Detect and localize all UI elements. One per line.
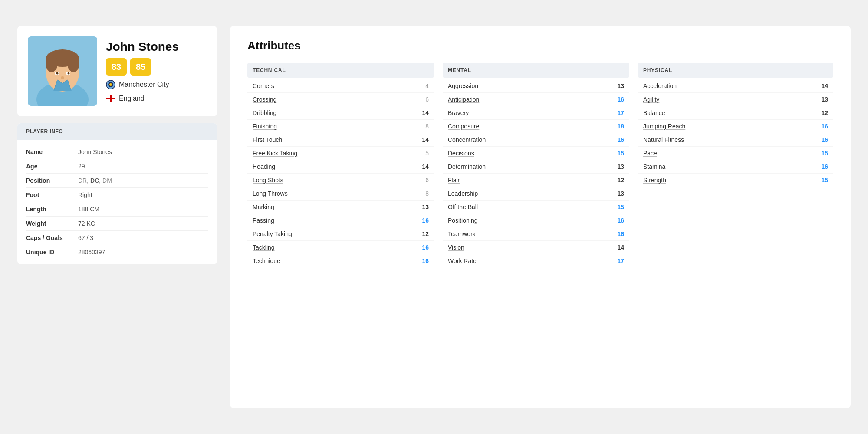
- attr-row: First Touch14: [247, 133, 434, 147]
- attr-name-label[interactable]: Flair: [448, 177, 460, 184]
- nation-name: England: [119, 95, 145, 102]
- attr-row: Concentration16: [443, 133, 629, 147]
- attr-name-label[interactable]: Technique: [253, 257, 280, 264]
- attr-name-label[interactable]: Passing: [253, 217, 274, 224]
- svg-point-9: [56, 72, 59, 75]
- info-row-age: Age 29: [26, 159, 208, 174]
- attr-name-label[interactable]: Long Shots: [253, 177, 283, 184]
- player-info-card: PLAYER INFO Name John Stones Age 29 Posi…: [17, 123, 217, 264]
- attr-row: Natural Fitness16: [638, 133, 833, 147]
- attr-value-number: 17: [614, 109, 624, 116]
- club-shield: [106, 80, 115, 89]
- attr-name-label[interactable]: Concentration: [448, 136, 486, 143]
- england-flag: [106, 95, 115, 102]
- attr-name-label[interactable]: Determination: [448, 163, 486, 170]
- attr-name-label[interactable]: Marking: [253, 204, 274, 210]
- attr-row: Finishing8: [247, 120, 434, 133]
- attr-value-number: 15: [818, 177, 828, 184]
- mental-header: MENTAL: [443, 63, 629, 78]
- attr-name-label[interactable]: Positioning: [448, 217, 478, 224]
- attr-name-label[interactable]: Jumping Reach: [643, 123, 685, 130]
- club-name: Manchester City: [119, 81, 169, 89]
- attr-name-label[interactable]: Decisions: [448, 150, 474, 157]
- attr-value-number: 6: [418, 177, 429, 184]
- attr-name-label[interactable]: Strength: [643, 177, 666, 184]
- attr-name-label[interactable]: Long Throws: [253, 190, 288, 197]
- attr-name-label[interactable]: Stamina: [643, 163, 665, 170]
- svg-point-11: [61, 76, 64, 79]
- attr-name-label[interactable]: Tackling: [253, 244, 275, 251]
- attr-name-label[interactable]: Leadership: [448, 190, 478, 197]
- right-panel: Attributes TECHNICAL Corners4Crossing6Dr…: [230, 26, 851, 408]
- attr-name-label[interactable]: Heading: [253, 163, 275, 170]
- attr-name-label[interactable]: Anticipation: [448, 96, 479, 103]
- player-photo: [28, 36, 97, 106]
- attr-row: Technique16: [247, 254, 434, 267]
- nation-flag-icon: [106, 94, 115, 103]
- attr-row: Acceleration14: [638, 79, 833, 93]
- player-name: John Stones: [106, 40, 179, 54]
- player-header: John Stones 83 85 Manchester City: [17, 26, 217, 116]
- left-panel: John Stones 83 85 Manchester City: [17, 26, 217, 408]
- attr-value-number: 12: [418, 230, 429, 237]
- attr-name-label[interactable]: Corners: [253, 82, 274, 89]
- attr-value-number: 16: [818, 136, 828, 143]
- attr-name-label[interactable]: Crossing: [253, 96, 276, 103]
- attr-row: Decisions15: [443, 147, 629, 160]
- attributes-grid: TECHNICAL Corners4Crossing6Dribbling14Fi…: [247, 63, 833, 267]
- attr-row: Stamina16: [638, 160, 833, 174]
- attr-name-label[interactable]: Off the Ball: [448, 204, 478, 210]
- attr-name-label[interactable]: Aggression: [448, 82, 478, 89]
- position-dr: DR: [78, 177, 87, 184]
- attr-row: Passing16: [247, 214, 434, 227]
- attr-name-label[interactable]: Natural Fitness: [643, 136, 684, 143]
- attr-row: Flair12: [443, 174, 629, 187]
- attr-name-label[interactable]: Bravery: [448, 109, 469, 116]
- attr-value-number: 16: [614, 230, 624, 237]
- attr-name-label[interactable]: Balance: [643, 109, 665, 116]
- attr-name-label[interactable]: Free Kick Taking: [253, 150, 297, 157]
- club-icon: [106, 80, 115, 89]
- attr-name-label[interactable]: Agility: [643, 96, 659, 103]
- info-value-foot: Right: [78, 191, 92, 198]
- attr-row: Long Throws8: [247, 187, 434, 201]
- attr-value-number: 16: [418, 244, 429, 251]
- attr-row: Determination13: [443, 160, 629, 174]
- info-label-position: Position: [26, 177, 78, 184]
- attr-row: Crossing6: [247, 93, 434, 106]
- attr-value-number: 13: [614, 163, 624, 170]
- page: John Stones 83 85 Manchester City: [0, 0, 868, 434]
- info-label-name: Name: [26, 148, 78, 155]
- svg-point-14: [109, 83, 112, 86]
- attr-name-label[interactable]: First Touch: [253, 136, 282, 143]
- attr-name-label[interactable]: Composure: [448, 123, 479, 130]
- attr-value-number: 15: [614, 204, 624, 210]
- attr-name-label[interactable]: Penalty Taking: [253, 230, 292, 237]
- attr-value-number: 12: [818, 109, 828, 116]
- attr-row: Agility13: [638, 93, 833, 106]
- attr-row: Composure18: [443, 120, 629, 133]
- technical-column: TECHNICAL Corners4Crossing6Dribbling14Fi…: [247, 63, 443, 267]
- attr-value-number: 14: [418, 109, 429, 116]
- info-label-caps: Caps / Goals: [26, 234, 78, 241]
- attr-name-label[interactable]: Dribbling: [253, 109, 276, 116]
- player-details: John Stones 83 85 Manchester City: [106, 36, 179, 103]
- attr-name-label[interactable]: Teamwork: [448, 230, 476, 237]
- attr-name-label[interactable]: Acceleration: [643, 82, 677, 89]
- info-label-foot: Foot: [26, 191, 78, 198]
- attributes-title: Attributes: [247, 39, 833, 53]
- attr-value-number: 16: [418, 257, 429, 264]
- attr-row: Long Shots6: [247, 174, 434, 187]
- attr-name-label[interactable]: Pace: [643, 150, 657, 157]
- attr-name-label[interactable]: Vision: [448, 244, 464, 251]
- svg-point-10: [68, 72, 70, 75]
- attr-row: Teamwork16: [443, 227, 629, 241]
- attr-name-label[interactable]: Work Rate: [448, 257, 477, 264]
- info-value-position: DR, DC, DM: [78, 177, 112, 184]
- attr-name-label[interactable]: Finishing: [253, 123, 277, 130]
- attr-value-number: 13: [818, 96, 828, 103]
- attr-row: Marking13: [247, 201, 434, 214]
- mental-column: MENTAL Aggression13Anticipation16Bravery…: [443, 63, 638, 267]
- attr-value-number: 13: [614, 190, 624, 197]
- attr-value-number: 16: [614, 217, 624, 224]
